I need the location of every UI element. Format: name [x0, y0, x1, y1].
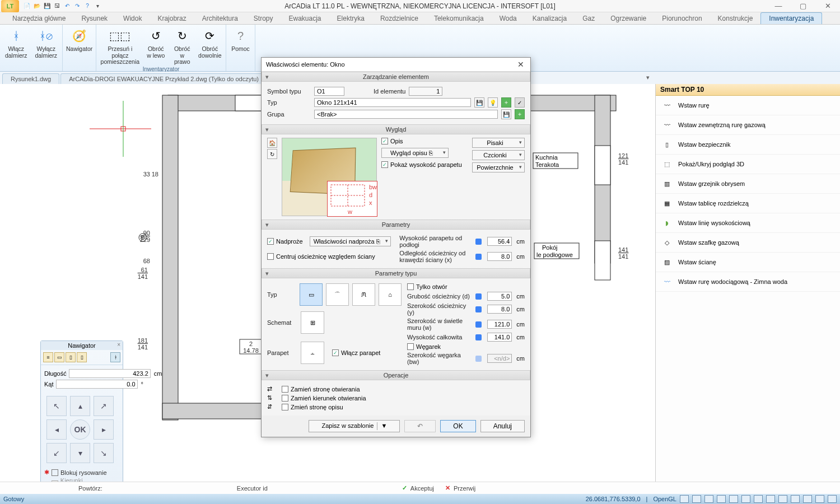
arrow-downleft-icon[interactable]: ↙ — [46, 443, 67, 463]
cancel-icon[interactable]: ✕ — [445, 484, 450, 492]
arrow-down-icon[interactable]: ▾ — [70, 443, 90, 463]
nav-mode1-icon[interactable]: ≡ — [43, 352, 53, 362]
nav-ok-button[interactable]: OK — [70, 419, 90, 440]
tab-telekomunikacja[interactable]: Telekomunikacja — [426, 13, 492, 24]
smart-item-rura-gazowa[interactable]: 〰Wstaw zewnętrzną rurę gazową — [656, 115, 840, 135]
tab-ogrzewanie[interactable]: Ogrzewanie — [603, 13, 654, 24]
tab-krajobraz[interactable]: Krajobraz — [150, 13, 194, 24]
qat-saveall-icon[interactable]: 🖫 — [53, 2, 62, 11]
swap-dir-icon[interactable]: ⇅ — [267, 394, 278, 402]
dialog-close-button[interactable]: ✕ — [516, 60, 526, 69]
pisaki-dropdown[interactable]: Pisaki — [472, 138, 525, 148]
status-icon-13[interactable] — [828, 495, 837, 503]
preview-rotate-icon[interactable]: ↻ — [267, 149, 277, 159]
arrow-up-icon[interactable]: ▴ — [70, 396, 90, 416]
close-icon[interactable]: × — [117, 342, 120, 348]
group-save-icon[interactable]: 💾 — [501, 109, 511, 119]
btn-wylacz-dalmierz[interactable]: ᚼ⊘Wyłącz dalmierz — [34, 27, 59, 59]
cancel-button[interactable]: Anuluj — [480, 420, 525, 432]
parapet-icon-btn[interactable]: ⫠ — [301, 342, 324, 364]
btn-obroc-lewo[interactable]: ↺Obróć w lewo — [145, 27, 167, 59]
szer-muru-input[interactable] — [487, 320, 512, 329]
centruj-checkbox[interactable]: Centruj ościeżnicę względem ściany — [267, 253, 375, 260]
qat-open-icon[interactable]: 📂 — [32, 2, 41, 11]
wlacz-parapet-checkbox[interactable]: ✓Włącz parapet — [332, 349, 380, 356]
zmien-strone-opisu-checkbox[interactable]: Zmień stronę opisu — [282, 404, 343, 410]
nadproze-checkbox[interactable]: ✓Nadproże — [267, 238, 303, 245]
btn-przesun-polacz[interactable]: ⬚⬚Przesuń i połącz pomieszczenia — [100, 27, 141, 66]
doctab-przyklad2[interactable]: ArCADia-DROGI EWAKUACYJNE Przykład 2.dwg… — [60, 73, 267, 84]
status-icon-1[interactable] — [680, 495, 689, 503]
opis-checkbox[interactable]: ✓Opis — [381, 138, 403, 144]
nav-mode4-icon[interactable]: ▯ — [77, 352, 87, 362]
close-button[interactable]: ✕ — [815, 0, 840, 12]
szer-osc-input[interactable] — [487, 305, 512, 314]
qat-new-icon[interactable]: 📄 — [22, 2, 31, 11]
wlasciwosci-nadproza-button[interactable]: Właściwości nadproża ⎘ — [310, 236, 391, 246]
btn-wlacz-dalmierz[interactable]: ᚼWłącz dalmierz — [3, 27, 29, 59]
status-icon-6[interactable] — [741, 495, 750, 503]
qat-dropdown-icon[interactable]: ▾ — [93, 2, 102, 11]
type-check-icon[interactable]: ✓ — [515, 97, 525, 108]
smart-item-wstaw-rure[interactable]: 〰Wstaw rurę — [656, 96, 840, 115]
section-appearance-header[interactable]: ▾Wygląd — [262, 124, 530, 134]
tab-woda[interactable]: Woda — [492, 13, 525, 24]
cancel-label[interactable]: Przerwij — [454, 485, 475, 492]
undo-button[interactable]: ↶ — [404, 420, 436, 432]
tab-piorunochron[interactable]: Piorunochron — [654, 13, 710, 24]
zamien-kierunek-checkbox[interactable]: Zamień kierunek otwierania — [282, 395, 366, 402]
section-params-header[interactable]: ▾Parametry — [262, 220, 530, 230]
navigator-palette[interactable]: Nawigator× ≡ ▭ ▯ ▯ ᚼ Długość cm Kąt ° ↖ … — [40, 340, 123, 497]
minimize-button[interactable]: — — [766, 0, 791, 12]
arrow-downright-icon[interactable]: ↘ — [94, 443, 114, 463]
arrow-upright-icon[interactable]: ↗ — [94, 396, 114, 416]
group-add-icon[interactable]: ＋ — [515, 109, 525, 119]
tab-widok[interactable]: Widok — [115, 13, 150, 24]
doctab-rysunek1[interactable]: Rysunek1.dwg — [2, 73, 59, 84]
tab-ewakuacja[interactable]: Ewakuacja — [281, 13, 329, 24]
save-template-button[interactable]: Zapisz w szablonie▼ — [309, 420, 400, 432]
angle-input[interactable] — [56, 380, 138, 389]
bluetooth-icon[interactable] — [475, 321, 482, 328]
accept-icon[interactable]: ✓ — [402, 484, 407, 492]
section-ops-header[interactable]: ▾Operacje — [262, 370, 530, 380]
czcionki-dropdown[interactable]: Czcionki — [472, 150, 525, 160]
nav-mode2-icon[interactable]: ▭ — [54, 352, 64, 362]
element-properties-dialog[interactable]: Właściwości elementu: Okno ✕ ▾Zarządzani… — [261, 57, 531, 437]
btn-obroc-prawo[interactable]: ↻Obróć w prawo — [171, 27, 193, 66]
status-icon-4[interactable] — [717, 495, 726, 503]
status-icon-7[interactable] — [754, 495, 763, 503]
group-input[interactable] — [314, 110, 498, 119]
qat-undo-icon[interactable]: ↶ — [63, 2, 72, 11]
typeopt-3[interactable]: ᙏ — [352, 283, 375, 306]
accept-label[interactable]: Akceptuj — [410, 485, 434, 492]
wys-parapetu-input[interactable] — [487, 237, 512, 246]
chevron-down-icon[interactable]: ▾ — [646, 74, 650, 81]
lock-draw-checkbox[interactable] — [52, 469, 58, 476]
smart-item-rura-woda[interactable]: 〰Wstaw rurę wodociągową - Zimna woda — [656, 272, 840, 292]
schemat-opt[interactable]: ⊞ — [301, 311, 324, 334]
type-save-icon[interactable]: 💾 — [474, 97, 484, 108]
tab-kanalizacja[interactable]: Kanalizacja — [525, 13, 575, 24]
arrow-left-icon[interactable]: ◂ — [46, 419, 67, 440]
status-icon-5[interactable] — [729, 495, 738, 503]
section-typeparams-header[interactable]: ▾Parametry typu — [262, 268, 530, 278]
app-logo[interactable]: LT — [1, 0, 19, 12]
dialog-titlebar[interactable]: Właściwości elementu: Okno ✕ — [262, 58, 530, 72]
smart-item-szafka-gaz[interactable]: ◇Wstaw szafkę gazową — [656, 233, 840, 253]
bluetooth-icon[interactable] — [475, 334, 482, 340]
swap-side-icon[interactable]: ⇄ — [267, 385, 278, 393]
status-renderer[interactable]: OpenGL — [653, 496, 676, 502]
smart-item-linia-wys[interactable]: ◗Wstaw linię wysokościową — [656, 213, 840, 233]
status-icon-9[interactable] — [778, 495, 787, 503]
ok-button[interactable]: OK — [440, 420, 475, 432]
nav-bluetooth-icon[interactable]: ᚼ — [110, 352, 120, 362]
tab-rozdzielnice[interactable]: Rozdzielnice — [372, 13, 426, 24]
maximize-button[interactable]: ▢ — [791, 0, 815, 12]
tab-stropy[interactable]: Stropy — [246, 13, 281, 24]
tab-architektura[interactable]: Architektura — [194, 13, 246, 24]
bluetooth-icon[interactable] — [475, 239, 482, 245]
status-icon-11[interactable] — [803, 495, 812, 503]
preview-home-icon[interactable]: 🏠 — [267, 138, 277, 148]
tab-konstrukcje[interactable]: Konstrukcje — [710, 13, 761, 24]
